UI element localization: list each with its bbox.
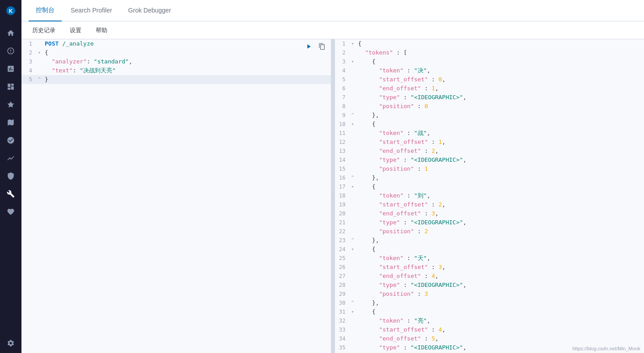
r-line-7: 7 "type" : "<IDEOGRAPHIC>", (335, 93, 644, 102)
left-editor-panel: 1 POST /_analyze 2 ▾ { 3 "analyzer": "st… (21, 39, 331, 353)
tab-console[interactable]: 控制台 (29, 0, 62, 21)
r-line-31: 31 ▾ { (335, 307, 644, 316)
r-line-12: 12 "start_offset" : 1, (335, 138, 644, 147)
r-line-13: 13 "end_offset" : 2, (335, 147, 644, 155)
r-line-26: 26 "start_offset" : 3, (335, 263, 644, 272)
r-line-11: 11 "token" : "战", (335, 129, 644, 138)
r-line-30: 30 ^ }, (335, 298, 644, 307)
app-logo: K (4, 4, 18, 18)
sidebar-item-canvas[interactable] (3, 97, 19, 113)
tab-grok-debugger[interactable]: Grok Debugger (121, 0, 178, 21)
sidebar-item-settings[interactable] (3, 335, 19, 351)
tab-search-profiler[interactable]: Search Profiler (64, 0, 119, 21)
r-line-6: 6 "end_offset" : 1, (335, 84, 644, 93)
r-line-34: 34 "end_offset" : 5, (335, 334, 644, 343)
right-editor-panel: 1 ▾ { 2 "tokens" : [ 3 ▾ { 4 (335, 39, 644, 353)
code-line-1: 1 POST /_analyze (21, 39, 331, 48)
code-line-3: 3 "analyzer": "standard", (21, 57, 331, 66)
right-code-editor[interactable]: 1 ▾ { 2 "tokens" : [ 3 ▾ { 4 (335, 39, 644, 353)
code-line-4: 4 "text": "决战到天亮" (21, 66, 331, 75)
toolbar-help[interactable]: 帮助 (92, 25, 111, 36)
r-line-35: 35 "type" : "<IDEOGRAPHIC>", (335, 343, 644, 352)
sidebar: K (0, 0, 21, 353)
panel-divider[interactable]: ··· (331, 39, 335, 353)
r-line-5: 5 "start_offset" : 0, (335, 75, 644, 84)
r-line-18: 18 "token" : "到", (335, 191, 644, 200)
r-line-29: 29 "position" : 3 (335, 290, 644, 298)
sidebar-item-ml[interactable] (3, 132, 19, 148)
r-line-24: 24 ▾ { (335, 245, 644, 254)
r-line-27: 27 "end_offset" : 4, (335, 272, 644, 281)
r-line-2: 2 "tokens" : [ (335, 48, 644, 57)
r-line-21: 21 "type" : "<IDEOGRAPHIC>", (335, 218, 644, 227)
r-line-33: 33 "start_offset" : 4, (335, 325, 644, 334)
r-line-4: 4 "token" : "决", (335, 66, 644, 75)
r-line-1: 1 ▾ { (335, 39, 644, 48)
editor-area: 1 POST /_analyze 2 ▾ { 3 "analyzer": "st… (21, 39, 644, 353)
r-line-25: 25 "token" : "天", (335, 254, 644, 263)
sidebar-item-home[interactable] (3, 25, 19, 41)
r-line-17: 17 ▾ { (335, 182, 644, 191)
r-line-10: 10 ▾ { (335, 120, 644, 129)
r-line-15: 15 "position" : 1 (335, 164, 644, 173)
toolbar: 历史记录 设置 帮助 (21, 21, 644, 39)
top-navigation: 控制台 Search Profiler Grok Debugger (21, 0, 644, 21)
sidebar-item-visualize[interactable] (3, 61, 19, 77)
toolbar-history[interactable]: 历史记录 (29, 25, 59, 36)
r-line-16: 16 ^ }, (335, 173, 644, 182)
sidebar-item-maps[interactable] (3, 114, 19, 130)
r-line-3: 3 ▾ { (335, 57, 644, 66)
sidebar-item-discover[interactable] (3, 43, 19, 59)
code-line-2: 2 ▾ { (21, 48, 331, 57)
r-line-19: 19 "start_offset" : 2, (335, 200, 644, 209)
r-line-14: 14 "type" : "<IDEOGRAPHIC>", (335, 155, 644, 164)
main-content: 控制台 Search Profiler Grok Debugger 历史记录 设… (21, 0, 644, 353)
left-code-editor[interactable]: 1 POST /_analyze 2 ▾ { 3 "analyzer": "st… (21, 39, 331, 353)
sidebar-item-apm[interactable] (3, 150, 19, 166)
run-button[interactable] (303, 41, 314, 52)
r-line-23: 23 ^ }, (335, 236, 644, 245)
r-line-8: 8 "position" : 0 (335, 102, 644, 111)
r-line-9: 9 ^ }, (335, 111, 644, 120)
r-line-20: 20 "end_offset" : 3, (335, 209, 644, 218)
sidebar-item-devtools[interactable] (3, 186, 19, 202)
editor-action-buttons (303, 41, 327, 52)
sidebar-item-monitoring[interactable] (3, 204, 19, 220)
r-line-28: 28 "type" : "<IDEOGRAPHIC>", (335, 281, 644, 290)
sidebar-item-siem[interactable] (3, 168, 19, 184)
code-line-5: 5 ^ } (21, 75, 331, 84)
r-line-22: 22 "position" : 2 (335, 227, 644, 236)
toolbar-settings[interactable]: 设置 (66, 25, 85, 36)
r-line-32: 32 "token" : "亮", (335, 316, 644, 325)
sidebar-item-dashboard[interactable] (3, 79, 19, 95)
svg-text:K: K (9, 8, 13, 14)
copy-as-curl-button[interactable] (317, 41, 327, 52)
